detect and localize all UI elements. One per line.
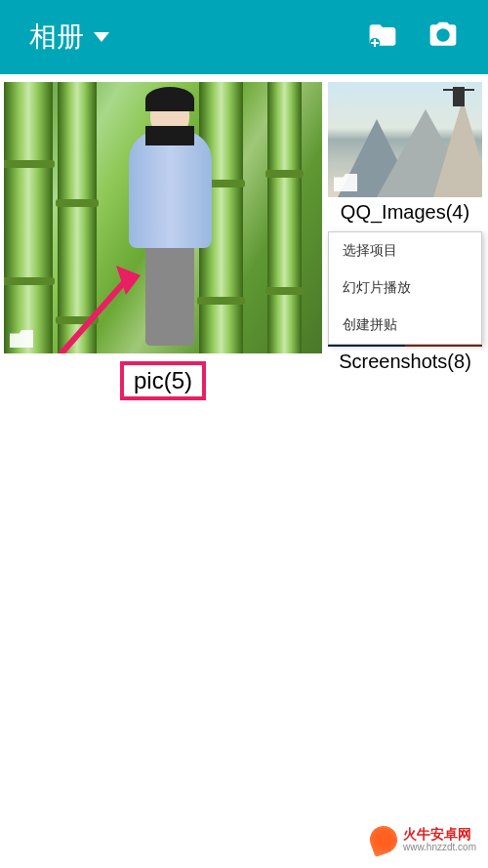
watermark-logo-icon (366, 822, 401, 857)
menu-item-select[interactable]: 选择项目 (329, 232, 481, 269)
dropdown-icon (94, 32, 109, 42)
menu-item-slideshow[interactable]: 幻灯片播放 (329, 269, 481, 307)
context-menu: 选择项目 幻灯片播放 创建拼贴 (328, 231, 482, 345)
watermark: 火牛安卓网 www.hnzzdt.com (370, 826, 476, 853)
album-screenshots-label: Screenshots(8) (328, 347, 482, 377)
right-column: QQ_Images(4) 选择项目 幻灯片播放 创建拼贴 Screenshots… (328, 82, 482, 408)
album-qq-images[interactable]: QQ_Images(4) (328, 82, 482, 227)
album-pic-thumbnail (4, 82, 322, 353)
header-title-text: 相册 (29, 19, 84, 56)
watermark-url: www.hnzzdt.com (403, 842, 476, 852)
album-pic[interactable]: pic(5) (4, 82, 322, 408)
app-header: 相册 (0, 0, 488, 74)
albums-grid: pic(5) QQ_Images(4) 选择项目 幻灯片播放 创建拼 (0, 74, 488, 416)
watermark-title: 火牛安卓网 (403, 827, 476, 842)
album-pic-label-container: pic(5) (4, 353, 322, 408)
add-folder-icon[interactable] (367, 20, 398, 55)
header-actions (367, 20, 459, 55)
album-qq-thumbnail (328, 82, 482, 197)
album-screenshots-thumbnail: 选择项目 幻灯片播放 创建拼贴 (328, 231, 482, 347)
header-title-dropdown[interactable]: 相册 (29, 19, 109, 56)
album-screenshots[interactable]: 选择项目 幻灯片播放 创建拼贴 Screenshots(8) (328, 231, 482, 377)
album-pic-label: pic(5) (120, 361, 206, 400)
camera-icon[interactable] (427, 20, 459, 55)
menu-item-collage[interactable]: 创建拼贴 (329, 307, 481, 344)
album-qq-label: QQ_Images(4) (328, 197, 482, 227)
